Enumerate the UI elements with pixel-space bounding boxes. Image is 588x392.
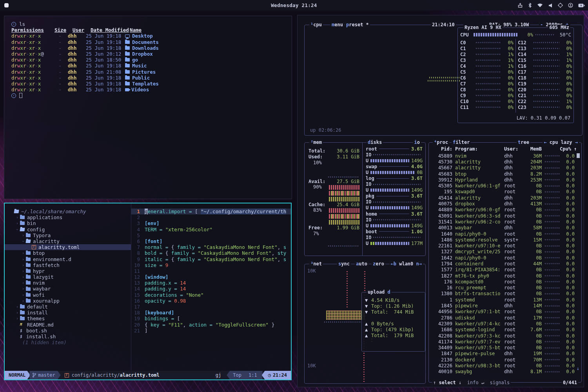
process-row[interactable]: 16 rcu_preempt root 0B 0.0 [429,285,576,291]
filter-button[interactable]: filter [452,140,471,145]
process-row[interactable]: 40010 swaybg dhh 8.1M 0.0 [429,369,576,375]
tab-proc[interactable]: ⁴proc [433,140,449,145]
proc-footer[interactable]: ↑ select ↓ info ↵ signals [432,380,511,385]
process-row[interactable]: 34409 kworker/u97:5-bt root 0B 0.0 [429,345,576,351]
tree-item[interactable]: ›default [5,304,131,310]
tab-cpu[interactable]: ¹cpu [309,22,323,27]
process-row[interactable]: 1486 systemd-resolve syst+ 15M 0.0 [429,237,576,243]
tree-item[interactable]: (1 hidden item) [5,339,131,345]
tab-net[interactable]: ³net [309,261,323,267]
tree-item[interactable]: ›install [5,310,131,316]
tab-mem[interactable]: ²mem [309,140,323,145]
tree-item[interactable]: alacritty.toml [5,244,131,250]
process-row[interactable]: 40013 waybar dhh 58M 0.0 [429,225,576,231]
process-row[interactable]: 45667 alacritty dhh 203M 0.0 [429,165,576,171]
process-row[interactable]: 39912 Hyprland dhh 253M 0.0 [429,177,576,183]
screen-record-icon[interactable] [558,3,563,8]
process-row[interactable]: 195 kswapd0 root 0B 0.0 [429,189,576,195]
process-row[interactable]: 43091 kworker/u96:3-sd root 0B 0.0 [429,213,576,219]
process-row[interactable]: 1794 containerd root 44M 0.0 [429,261,576,267]
process-row[interactable]: 41174 kworker/u97:7-ev root 0B 0.0 [429,339,576,345]
net-sync[interactable]: sync [337,261,351,267]
battery-icon[interactable] [578,3,585,8]
process-row[interactable]: 1642 napi/phy0-0 root 0B 0.0 [429,255,576,261]
terminal-cursor [19,93,22,98]
process-row[interactable]: 42208 kworker/u97:3-kc root 0B 0.0 [429,333,576,339]
terminal-window[interactable]: › ls Permissions Size User Date Modified… [4,16,292,199]
tree-toggle[interactable]: tree [517,140,530,145]
process-row[interactable]: 45889 nvim dhh 36M 0.0 [429,153,576,159]
net-auto[interactable]: auto [355,261,368,267]
code-token: = [207,322,216,328]
process-row[interactable]: 1847 pipewire-pulse dhh 19M 0.0 [429,351,576,357]
scroll-down-icon[interactable]: ↓ [577,366,579,371]
process-row[interactable]: 1327 dmcrypt_write/25 root 0B 0.0 [429,249,576,255]
process-row[interactable]: 42226 kworker/u98:3-bt root 0B 0.0 [429,363,576,368]
code-token: [ [195,209,201,214]
user-circle-icon[interactable] [568,3,573,8]
tree-item[interactable]: ›xournalpp [5,298,131,304]
net-zero[interactable]: zero [372,261,385,267]
download-stats: ▼4.54 KiB/s ▼Top: (1.26 Mib) ▼Total: 744… [362,292,425,315]
process-row[interactable]: 2130 dockerd root 70M 0.0 [429,357,576,363]
process-row[interactable]: 45730 alacritty dhh 204M 0.0 [429,159,576,165]
git-branch[interactable]: master [29,371,60,379]
tree-item[interactable]: ›hypr [5,268,131,274]
tree-item[interactable]: ›bin [5,220,131,226]
tree-item[interactable]: ›lazygit [5,274,131,280]
tree-item[interactable]: ›nvim [5,280,131,286]
process-row[interactable]: 31541 kworker/u96:2-co root 0B 0.0 [429,219,576,225]
editor-window[interactable]: ~/.local/share/omarchy ›applications ›bi… [4,203,292,380]
preset-button[interactable]: preset * [345,22,370,27]
process-row[interactable]: 1640 napi/phy0-0 root 0B 0.0 [429,231,576,237]
tree-item[interactable]: ›config [5,227,131,232]
tree-item[interactable]: ›themes [5,316,131,321]
tree-item[interactable]: ›environment.d [5,256,131,262]
io-mode[interactable]: io [413,140,421,145]
bluetooth-icon[interactable] [528,3,532,8]
prompt-line-empty[interactable]: › [11,93,292,98]
tree-item[interactable]: README.md [5,322,131,328]
process-row[interactable]: 1380 btrfs-transactio root 0B 0.0 [429,291,576,297]
size: - [53,33,62,39]
code-token: = [171,286,180,292]
proc-scrollbar[interactable] [577,153,580,158]
proc-header[interactable]: Pid: Program: User: MemB Cpu% ↑ [429,146,576,152]
process-row[interactable]: 40075 dropbox dhh 413M 0.0 [429,201,576,207]
net-interface[interactable]: ←b wlan0 n→ [390,261,423,267]
disk-row: home3.6T [363,211,425,217]
tree-item[interactable]: ›alacritty [5,238,131,244]
updates-icon[interactable] [517,3,523,8]
process-row[interactable]: 44889 kworker/u96:0-gf root 0B 0.0 [429,207,576,213]
tree-item[interactable]: ~/.local/share/omarchy [5,209,131,214]
tree-item[interactable]: ›Typora [5,232,131,238]
code-line: 9 italic = { family = "CaskaydiaMono Ner… [131,256,291,262]
tree-item[interactable]: boot.sh [5,328,131,334]
tree-item[interactable]: ›btop [5,250,131,256]
btop-window[interactable]: ¹cpu menu preset * 21:24:10 BAT▲ 98% 3.1… [297,15,584,387]
menu-button[interactable]: menu [330,22,344,27]
code-editor[interactable]: 1 general.import = [ "~/.config/omarchy/… [131,203,291,371]
process-row[interactable]: 22161 kworker/u97:10-e root 0B 0.0 [429,243,576,249]
wifi-icon[interactable] [537,3,543,7]
tree-item[interactable]: ›applications [5,214,131,220]
process-row[interactable]: 45414 alacritty dhh 203M 0.0 [429,195,576,201]
tree-item[interactable]: ›waybar [5,286,131,292]
process-row[interactable]: 45305 kworker/u96:1-gf root 0B 0.0 [429,183,576,189]
tree-item[interactable]: install.sh [5,334,131,339]
process-row[interactable]: 1577 irq/81-PIXA3854: root 0B 0.0 [429,267,576,273]
process-row[interactable]: 176 kcompactd0 root 0B 0.0 [429,279,576,285]
volume-icon[interactable] [548,3,553,8]
process-row[interactable]: 45683 btop dhh 8.2M 0.0 [429,171,576,177]
process-row[interactable]: 42309 kworker/u97:4-kc root 0B 0.0 [429,321,576,327]
process-row[interactable]: 1845 pipewire dhh 14M 0.0 [429,303,576,309]
tree-item[interactable]: ›fastfetch [5,262,131,268]
process-row[interactable]: 2786 udisksd root 17M 0.0 [429,315,576,321]
process-row[interactable]: 1686 systemd-logind root 7.6M 0.0 [429,327,576,333]
process-row[interactable]: 1827 mt76-tx phy0 root 0B 0.0 [429,273,576,279]
sort-selector[interactable]: ← cpu lazy → [543,140,579,145]
size: - [53,69,62,75]
process-row[interactable]: 1 systemd root 13M 0.0 [429,297,576,303]
tree-item[interactable]: ›wofi [5,292,131,298]
process-row[interactable]: 44956 kworker/u97:1-bt root 0B 0.0 [429,309,576,315]
